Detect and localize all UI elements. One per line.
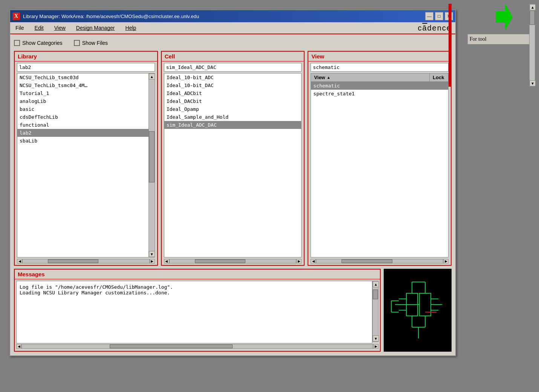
library-list-item[interactable]: cdsDefTechLib <box>17 113 149 121</box>
view-search-input[interactable]: schematic <box>311 63 449 72</box>
cell-hscroll-left[interactable]: ◀ <box>164 259 169 263</box>
menu-edit[interactable]: Edit <box>33 24 45 32</box>
right-scroll-thumb <box>530 11 535 24</box>
view-list-item[interactable]: spectre_state1 <box>311 90 448 98</box>
red-stripe <box>449 4 452 87</box>
view-hscroll-thumb <box>341 259 392 263</box>
green-arrow-container <box>496 4 513 30</box>
sidebar-top-area: For tool ▲ ▼ <box>449 4 535 98</box>
library-hscroll-right[interactable]: ▶ <box>150 259 155 263</box>
library-list-item[interactable]: NCSU_TechLib_tsmc03d <box>17 74 149 81</box>
messages-hscroll-thumb <box>110 345 233 348</box>
view-hscroll-right[interactable]: ▶ <box>443 259 449 263</box>
right-vscroll[interactable]: ▲ ▼ <box>529 4 535 87</box>
view-hscroll-track <box>316 259 443 263</box>
library-vscroll[interactable]: ▲ ▼ <box>149 74 155 257</box>
menu-design-manager[interactable]: Design Manager <box>75 24 116 32</box>
library-search-input[interactable]: lab2 <box>17 63 155 72</box>
messages-scroll-track <box>373 287 378 335</box>
view-hscroll-left[interactable]: ◀ <box>311 259 316 263</box>
messages-scroll-thumb <box>373 289 378 299</box>
library-list-item[interactable]: Tutorial_1 <box>17 89 149 97</box>
library-list-container: NCSU_TechLib_tsmc03dNCSU_TechLib_tsmc04_… <box>17 73 155 257</box>
right-sidebar: For tool ▲ ▼ <box>449 4 535 98</box>
cell-list-item[interactable]: Ideal_10-bit_DAC <box>164 81 302 89</box>
cadence-logo: cādence <box>418 24 452 32</box>
app-icon: X <box>12 12 20 20</box>
menu-help[interactable]: Help <box>124 24 138 32</box>
right-scroll-down[interactable]: ▼ <box>530 80 536 86</box>
show-categories-checkbox[interactable] <box>14 40 20 46</box>
view-panel-header-row: View ▲ Lock <box>311 74 448 82</box>
right-scroll-up[interactable]: ▲ <box>530 4 536 10</box>
minimize-button[interactable]: — <box>425 12 433 20</box>
messages-hscroll-right[interactable]: ▶ <box>373 344 378 349</box>
cell-list-item[interactable]: Ideal_DACbit <box>164 97 302 105</box>
view-list-item[interactable]: schematic <box>311 82 448 90</box>
messages-section: Messages ▲ ▼ ◀ <box>14 269 452 352</box>
cell-hscroll-track <box>169 259 297 263</box>
library-scroll-track <box>149 80 155 251</box>
cell-list-container: Ideal_10-bit_ADCIdeal_10-bit_DACIdeal_AD… <box>164 73 302 257</box>
view-list-container: View ▲ Lock schematicspectre_state1 <box>311 73 449 257</box>
show-files-label[interactable]: Show Files <box>74 40 108 46</box>
cell-list-item[interactable]: Ideal_ADCbit <box>164 89 302 97</box>
cell-hscroll-right[interactable]: ▶ <box>296 259 302 263</box>
view-hscroll-area: ◀ ▶ <box>311 258 449 264</box>
menu-view[interactable]: View <box>53 24 67 32</box>
sort-arrow-icon: ▲ <box>327 75 331 80</box>
messages-title: Messages <box>15 270 380 279</box>
messages-textarea[interactable] <box>16 281 372 343</box>
view-col-header-lock: Lock <box>429 74 448 81</box>
library-list-item[interactable]: NCSU_TechLib_tsmc04_4M… <box>17 81 149 89</box>
right-scroll-track <box>530 10 535 80</box>
cell-hscroll-thumb <box>195 259 245 263</box>
cell-list[interactable]: Ideal_10-bit_ADCIdeal_10-bit_DACIdeal_AD… <box>164 74 302 257</box>
show-categories-text: Show Categories <box>22 40 63 46</box>
cell-list-item[interactable]: Ideal_Opamp <box>164 105 302 113</box>
library-hscroll-track <box>22 259 150 263</box>
library-hscroll-area: ◀ ▶ <box>17 258 155 264</box>
library-scroll-up[interactable]: ▲ <box>149 74 155 80</box>
view-list[interactable]: schematicspectre_state1 <box>311 82 448 257</box>
library-list-item[interactable]: basic <box>17 105 149 113</box>
messages-hscroll-left[interactable]: ◀ <box>16 344 21 349</box>
cell-panel-title: Cell <box>162 52 304 61</box>
circuit-diagram <box>384 269 452 352</box>
menu-bar: File Edit View Design Manager Help cāden… <box>10 22 455 34</box>
for-tool-text: For tool <box>470 36 487 42</box>
library-hscroll-left[interactable]: ◀ <box>17 259 22 263</box>
checkboxes-row: Show Categories Show Files <box>14 38 452 48</box>
menu-file[interactable]: File <box>14 24 26 32</box>
panels-row: Library lab2 NCSU_TechLib_tsmc03dNCSU_Te… <box>14 51 452 266</box>
svg-marker-21 <box>496 4 513 30</box>
messages-scroll-down[interactable]: ▼ <box>373 335 379 341</box>
cell-list-item[interactable]: Ideal_Sample_and_Hold <box>164 113 302 121</box>
cell-hscroll-area: ◀ ▶ <box>164 258 302 264</box>
library-hscroll-thumb <box>48 259 98 263</box>
messages-hscroll-track <box>21 344 373 349</box>
library-list[interactable]: NCSU_TechLib_tsmc03dNCSU_TechLib_tsmc04_… <box>17 74 149 257</box>
library-scroll-thumb <box>149 131 155 183</box>
library-list-item[interactable]: sbaLib <box>17 137 149 145</box>
cell-list-item[interactable]: Ideal_10-bit_ADC <box>164 74 302 81</box>
library-list-item[interactable]: functional <box>17 121 149 129</box>
view-panel: View schematic View ▲ Lock schematicspec… <box>308 51 452 266</box>
library-list-item[interactable]: lab2 <box>17 129 149 137</box>
messages-vscroll[interactable]: ▲ ▼ <box>372 281 378 342</box>
view-panel-title: View <box>308 52 451 61</box>
library-panel-title: Library <box>15 52 157 61</box>
green-arrow-icon <box>496 4 513 30</box>
cell-search-input[interactable]: sim_Ideal_ADC_DAC <box>164 63 302 72</box>
messages-hscroll-area: ◀ ▶ <box>16 343 378 349</box>
for-tool-box: For tool <box>467 34 535 44</box>
maximize-button[interactable]: □ <box>435 12 443 20</box>
cell-list-item[interactable]: sim_Ideal_ADC_DAC <box>164 121 302 129</box>
library-list-item[interactable]: analogLib <box>17 97 149 105</box>
library-scroll-down[interactable]: ▼ <box>149 251 155 257</box>
view-col-header-view[interactable]: View ▲ <box>311 74 429 81</box>
messages-scroll-up[interactable]: ▲ <box>373 281 379 287</box>
show-files-checkbox[interactable] <box>74 40 80 46</box>
show-categories-label[interactable]: Show Categories <box>14 40 63 46</box>
messages-panel: Messages ▲ ▼ ◀ <box>14 269 381 352</box>
